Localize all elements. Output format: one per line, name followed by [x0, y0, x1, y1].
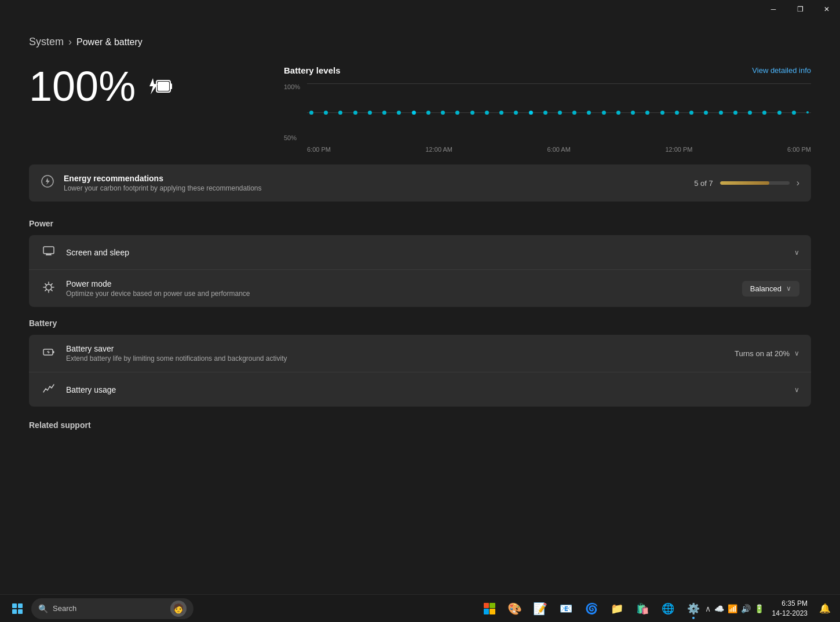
power-section-header: Power — [29, 219, 811, 228]
search-placeholder: Search — [53, 604, 76, 613]
battery-saver-title: Battery saver — [66, 344, 725, 353]
taskbar-app-edge[interactable]: 🌀 — [580, 597, 603, 620]
clock[interactable]: 6:35 PM 14-12-2023 — [769, 598, 811, 620]
energy-rec-subtitle: Lower your carbon footprint by applying … — [64, 184, 685, 192]
taskbar-app-photoeditor[interactable]: 🎨 — [503, 597, 527, 620]
power-mode-value: Balanced — [750, 284, 781, 293]
power-mode-row[interactable]: Power mode Optimize your device based on… — [29, 269, 811, 307]
onedrive-icon[interactable]: ☁️ — [714, 604, 724, 613]
clock-date: 14-12-2023 — [772, 609, 808, 619]
taskbar-app-store2[interactable]: 🛍️ — [631, 597, 654, 620]
breadcrumb: System › Power & battery — [29, 36, 811, 48]
battery-settings-card: Battery saver Extend battery life by lim… — [29, 335, 811, 407]
energy-rec-icon — [41, 174, 54, 192]
explorer-icon: 📁 — [611, 602, 623, 615]
chart-dot — [368, 111, 372, 115]
screen-sleep-icon — [41, 244, 57, 260]
related-support-header: Related support — [29, 420, 811, 430]
chart-dot — [645, 111, 649, 115]
chart-dot — [616, 111, 620, 115]
battery-usage-text: Battery usage — [66, 385, 785, 394]
taskbar-app-settings[interactable]: ⚙️ — [682, 597, 705, 620]
chart-dot — [572, 111, 576, 115]
energy-rec-count: 5 of 7 — [694, 179, 713, 188]
chart-dot — [309, 111, 313, 115]
energy-rec-title: Energy recommendations — [64, 174, 685, 183]
battery-saver-row[interactable]: Battery saver Extend battery life by lim… — [29, 335, 811, 372]
battery-levels-section: Battery levels View detailed info 100% 5… — [284, 65, 811, 153]
clock-time: 6:35 PM — [772, 599, 808, 609]
msstore-icon — [484, 603, 495, 614]
photoeditor-icon: 🎨 — [507, 602, 522, 616]
battery-levels-title: Battery levels — [284, 65, 341, 75]
battery-usage-right: ∨ — [794, 386, 799, 394]
outlook-icon: 📧 — [560, 602, 572, 615]
x-label-1: 6:00 PM — [307, 146, 331, 153]
right-panel: Battery levels View detailed info 100% 5… — [284, 65, 811, 164]
battery-saver-subtitle: Extend battery life by limiting some not… — [66, 354, 725, 363]
taskbar-app-chrome[interactable]: 🌐 — [656, 597, 680, 620]
chart-dot — [485, 111, 489, 115]
tray-expand-icon[interactable]: ∧ — [705, 604, 711, 613]
energy-rec-chevron-icon: › — [797, 178, 799, 188]
taskbar-app-msstore[interactable] — [478, 597, 501, 620]
screen-sleep-chevron-icon: ∨ — [794, 248, 799, 257]
taskbar-app-outlook[interactable]: 📧 — [554, 597, 578, 620]
chart-dot — [543, 111, 547, 115]
screen-sleep-row[interactable]: Screen and sleep ∨ — [29, 235, 811, 269]
chart-dot — [689, 111, 693, 115]
chart-dot — [529, 111, 533, 115]
svg-rect-7 — [53, 351, 54, 353]
chrome-icon: 🌐 — [662, 602, 674, 615]
chart-dot — [602, 111, 606, 115]
energy-rec-text: Energy recommendations Lower your carbon… — [64, 174, 685, 192]
taskbar-left: 🔍 Search 🧑 — [6, 597, 478, 620]
battery-usage-chevron-icon: ∨ — [794, 386, 799, 394]
power-mode-right: Balanced ∨ — [742, 281, 799, 297]
power-mode-text: Power mode Optimize your device based on… — [66, 279, 733, 298]
battery-saver-value: Turns on at 20% — [735, 349, 790, 358]
chart-dots — [307, 83, 811, 141]
chart-dot — [792, 111, 796, 115]
power-mode-subtitle: Optimize your device based on power use … — [66, 290, 733, 298]
energy-rec-right: 5 of 7 › — [694, 178, 799, 188]
battery-saver-chevron-icon: ∨ — [794, 349, 799, 357]
notification-button[interactable]: 🔔 — [816, 599, 834, 618]
minimize-button[interactable]: ─ — [760, 0, 787, 19]
breadcrumb-parent[interactable]: System — [29, 36, 64, 48]
content-layout: 100% Batt — [29, 65, 811, 164]
chart-dot — [324, 111, 328, 115]
energy-recommendations-row[interactable]: Energy recommendations Lower your carbon… — [29, 164, 811, 202]
svg-rect-2 — [158, 82, 169, 91]
battery-usage-row[interactable]: Battery usage ∨ — [29, 372, 811, 407]
chart-dot — [704, 111, 708, 115]
screen-sleep-right: ∨ — [794, 248, 799, 257]
chart-x-labels: 6:00 PM 12:00 AM 6:00 AM 12:00 PM 6:00 P… — [307, 146, 811, 153]
chart-dot — [675, 111, 679, 115]
chart-dot — [631, 111, 635, 115]
edge-icon: 🌀 — [585, 602, 598, 615]
maximize-button[interactable]: ❐ — [787, 0, 813, 19]
battery-section-header: Battery — [29, 319, 811, 328]
taskbar-app-notepad[interactable]: 📝 — [529, 597, 552, 620]
x-label-2: 12:00 AM — [426, 146, 452, 153]
wifi-icon[interactable]: 📶 — [728, 604, 737, 613]
battery-saver-icon — [41, 346, 57, 361]
chart-dot — [412, 111, 416, 115]
close-button[interactable]: ✕ — [813, 0, 840, 19]
x-label-5: 6:00 PM — [787, 146, 811, 153]
chart-dot — [719, 111, 723, 115]
battery-percentage: 100% — [29, 65, 136, 107]
view-detailed-link[interactable]: View detailed info — [752, 66, 811, 75]
power-mode-dropdown[interactable]: Balanced ∨ — [742, 281, 799, 297]
start-button[interactable] — [6, 597, 29, 620]
y-label-100: 100% — [284, 83, 300, 90]
chart-dot — [660, 111, 664, 115]
volume-icon[interactable]: 🔊 — [741, 604, 751, 613]
chart-area — [307, 83, 811, 141]
search-bar[interactable]: 🔍 Search 🧑 — [31, 598, 193, 619]
notification-icon: 🔔 — [819, 603, 831, 614]
battery-tray-icon[interactable]: 🔋 — [754, 604, 764, 613]
taskbar-app-explorer[interactable]: 📁 — [605, 597, 629, 620]
power-mode-title: Power mode — [66, 279, 733, 288]
